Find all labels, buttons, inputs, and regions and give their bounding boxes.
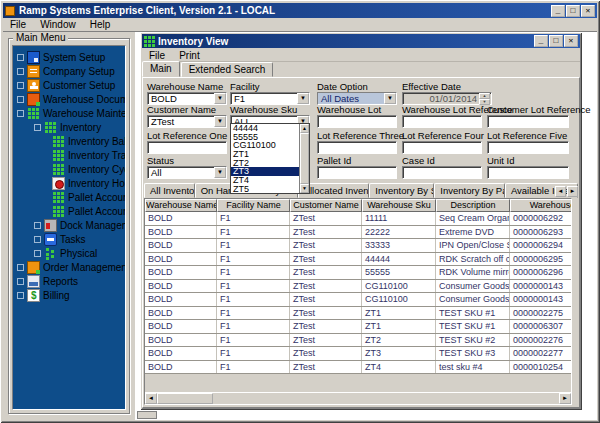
tree-item-pallet-account-balances[interactable]: Pallet Account Balances xyxy=(13,190,125,204)
tree-item-tasks[interactable]: Tasks xyxy=(13,232,125,246)
lot-reference-five-input[interactable] xyxy=(487,141,569,154)
table-row[interactable]: BOLDF1ZTest11111Seq Cream Organizer00000… xyxy=(145,212,571,226)
expand-box-icon[interactable] xyxy=(34,236,41,243)
table-cell: 0000002276 xyxy=(510,334,572,347)
lot-reference-three-input[interactable] xyxy=(317,141,397,154)
tab-main[interactable]: Main xyxy=(142,61,180,77)
close-icon[interactable]: ✕ xyxy=(581,5,595,17)
mdi-scrollbar[interactable] xyxy=(137,411,157,419)
tree-item-warehouse-documents[interactable]: Warehouse Documents xyxy=(13,92,125,106)
grid-icon xyxy=(44,121,57,134)
company-setup-icon xyxy=(27,65,40,78)
menu-item-print[interactable]: Print xyxy=(172,50,207,61)
expand-box-icon[interactable] xyxy=(17,264,24,271)
lot-reference-four-input[interactable] xyxy=(402,141,482,154)
tab-extended-search[interactable]: Extended Search xyxy=(181,62,274,77)
chevron-down-icon[interactable]: ▼ xyxy=(297,93,309,104)
sku-option-zt5[interactable]: ZT5 xyxy=(231,185,299,193)
status-combo[interactable]: All ▼ xyxy=(147,166,227,179)
menu-item-file[interactable]: File xyxy=(3,19,33,30)
dropdown-scrollbar[interactable]: ▲ ▼ xyxy=(299,124,309,193)
tree-item-dock-management[interactable]: Dock Management xyxy=(13,218,125,232)
expand-box-icon[interactable] xyxy=(17,292,24,299)
chevron-down-icon[interactable]: ▼ xyxy=(384,93,396,104)
tree-item-inventory-holds[interactable]: Inventory Holds xyxy=(13,176,125,190)
tree-item-inventory-balances[interactable]: Inventory Balances xyxy=(13,134,125,148)
table-row[interactable]: BOLDF1ZTestZT3TEST SKU #30000002277 xyxy=(145,347,571,361)
tree-item-inventory-transactions[interactable]: Inventory Transactions xyxy=(13,148,125,162)
pallet-id-input[interactable] xyxy=(317,166,397,179)
lot-reference-one-input[interactable] xyxy=(147,141,227,154)
table-row[interactable]: BOLDF1ZTest44444RDK Scratch off card0000… xyxy=(145,253,571,267)
chevron-down-icon[interactable]: ▼ xyxy=(214,167,226,178)
tree-item-warehouse-maintenance[interactable]: Warehouse Maintenance xyxy=(13,106,125,120)
expand-box-icon[interactable] xyxy=(17,82,24,89)
column-header-description[interactable]: Description xyxy=(436,199,510,212)
expand-box-icon[interactable] xyxy=(17,68,24,75)
tree-item-pallet-account-history[interactable]: Pallet Account History xyxy=(13,204,125,218)
child-minimize-icon[interactable]: _ xyxy=(534,35,548,47)
menu-item-window[interactable]: Window xyxy=(33,19,83,30)
case-id-input[interactable] xyxy=(402,166,482,179)
minimize-icon[interactable]: _ xyxy=(551,5,565,17)
tab-scroll-left-icon[interactable]: ◄ xyxy=(555,186,566,197)
tree-item-physical[interactable]: Physical xyxy=(13,246,125,260)
expand-box-icon[interactable] xyxy=(34,222,41,229)
tree-item-system-setup[interactable]: System Setup xyxy=(13,50,125,64)
tree-item-billing[interactable]: Billing xyxy=(13,288,125,302)
chevron-down-icon[interactable]: ▼ xyxy=(214,93,226,104)
child-close-icon[interactable]: ✕ xyxy=(564,35,578,47)
expand-box-icon[interactable] xyxy=(17,54,24,61)
customer-lot-reference-input[interactable] xyxy=(487,115,569,128)
table-row[interactable]: BOLDF1ZTestCG110100Consumer Goods Packa.… xyxy=(145,280,571,294)
table-row[interactable]: BOLDF1ZTestZT1TEST SKU #10000006307 xyxy=(145,320,571,334)
chevron-down-icon[interactable]: ▼ xyxy=(214,116,226,127)
maximize-icon[interactable]: □ xyxy=(566,5,580,17)
table-row[interactable]: BOLDF1ZTest55555RDK Volume mirror cling0… xyxy=(145,266,571,280)
inventory-tab-inventory-by-pallet[interactable]: Inventory By Pallet xyxy=(434,183,505,198)
menu-item-file[interactable]: File xyxy=(142,50,172,61)
table-row[interactable]: BOLDF1ZTestZT1TEST SKU #10000002275 xyxy=(145,307,571,321)
tree-item-customer-setup[interactable]: Customer Setup xyxy=(13,78,125,92)
table-row[interactable]: BOLDF1ZTest33333IPN Open/Close Sign00000… xyxy=(145,239,571,253)
tab-scroll-right-icon[interactable]: ► xyxy=(567,186,578,197)
scroll-up-icon[interactable]: ▲ xyxy=(300,124,309,133)
tree-item-inventory-cycle-counts[interactable]: Inventory Cycle Counts xyxy=(13,162,125,176)
column-header-warehouse-sku[interactable]: Warehouse Sku xyxy=(362,199,436,212)
table-row[interactable]: BOLDF1ZTestZT4test sku #40000010254 xyxy=(145,361,571,375)
column-header-warehouse-name[interactable]: Warehouse Name xyxy=(145,199,217,212)
expand-box-icon[interactable] xyxy=(17,278,24,285)
table-row[interactable]: BOLDF1ZTest22222Extreme DVD0000006293 xyxy=(145,226,571,240)
tree-item-inventory[interactable]: Inventory xyxy=(13,120,125,134)
dropdown-scrollbar-thumb[interactable] xyxy=(300,133,309,184)
expand-box-icon[interactable] xyxy=(17,96,24,103)
tree-item-company-setup[interactable]: Company Setup xyxy=(13,64,125,78)
column-header-customer-name[interactable]: Customer Name xyxy=(290,199,362,212)
scrollbar-thumb[interactable] xyxy=(157,393,213,404)
table-row[interactable]: BOLDF1ZTestCG110100Consumer Goods Packa.… xyxy=(145,293,571,307)
column-header-warehouse-i[interactable]: Warehouse I xyxy=(510,199,572,212)
warehouse-lot-input[interactable] xyxy=(317,115,397,128)
lot-reference-five-label: Lot Reference Five xyxy=(487,130,569,141)
tree-item-order-management[interactable]: Order Management xyxy=(13,260,125,274)
warehouse-lot-reference-input[interactable] xyxy=(402,115,482,128)
child-maximize-icon[interactable]: □ xyxy=(549,35,563,47)
reports-icon xyxy=(27,275,40,288)
scroll-left-icon[interactable]: ◄ xyxy=(145,393,157,404)
inventory-tab-inventory-by-sku[interactable]: Inventory By Sku xyxy=(369,183,434,198)
unit-id-input[interactable] xyxy=(487,166,569,179)
grid-horizontal-scrollbar[interactable]: ◄ ► xyxy=(145,392,571,404)
table-row[interactable]: BOLDF1ZTestZT2TEST SKU #20000002276 xyxy=(145,334,571,348)
tree-item-reports[interactable]: Reports xyxy=(13,274,125,288)
inventory-tab-all-inventory[interactable]: All Inventory xyxy=(144,183,195,198)
expand-box-icon[interactable] xyxy=(34,250,41,257)
grid-icon xyxy=(52,163,65,176)
column-header-facility-name[interactable]: Facility Name xyxy=(217,199,290,212)
expand-box-icon[interactable] xyxy=(17,110,24,117)
expand-box-icon[interactable] xyxy=(34,124,41,131)
tree-item-label: Order Management xyxy=(43,262,126,273)
menu-item-help[interactable]: Help xyxy=(83,19,118,30)
scroll-right-icon[interactable]: ► xyxy=(559,393,571,404)
customer-name-combo[interactable]: ZTest ▼ xyxy=(147,115,227,128)
scroll-down-icon[interactable]: ▼ xyxy=(300,184,309,193)
